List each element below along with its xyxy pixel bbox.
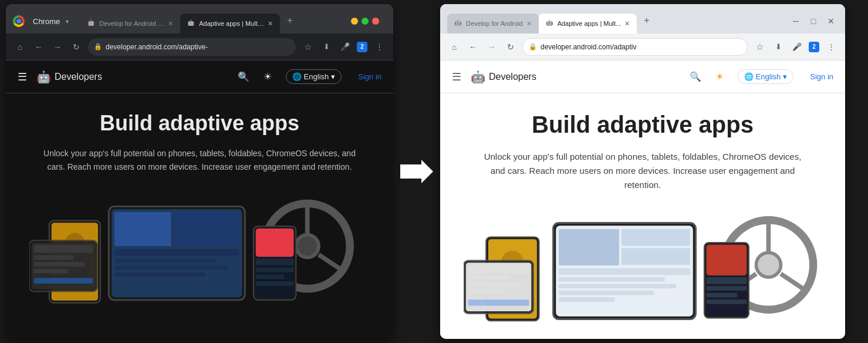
svg-point-34: [756, 253, 781, 277]
light-tab-favicon-0: 🤖: [454, 19, 462, 28]
svg-rect-40: [559, 229, 619, 265]
menu-button-light[interactable]: ⋮: [824, 40, 838, 54]
hamburger-icon-dark[interactable]: ☰: [18, 70, 27, 83]
tab-close-1[interactable]: ✕: [268, 20, 273, 28]
tab-close-0[interactable]: ✕: [168, 20, 173, 28]
svg-rect-13: [114, 273, 205, 277]
light-android-logo: 🤖 Developers: [471, 70, 536, 84]
language-button-light[interactable]: 🌐 English ▾: [738, 69, 794, 84]
mic-button-light[interactable]: 🎤: [790, 40, 804, 54]
light-address-text: developer.android.com/adaptiv: [541, 43, 741, 51]
back-button-light[interactable]: ←: [466, 40, 480, 54]
minimize-button-light[interactable]: ─: [789, 14, 803, 28]
light-site-navbar: ☰ 🤖 Developers 🔍 ☀ 🌐 English ▾ Sign in: [440, 60, 845, 93]
svg-rect-55: [468, 275, 510, 280]
light-address-bar-wrap[interactable]: 🔒 developer.android.com/adaptiv: [522, 38, 748, 56]
svg-rect-22: [34, 262, 85, 267]
svg-rect-62: [707, 277, 747, 284]
light-tab-label-1: Adaptive apps | Mult...: [558, 20, 622, 27]
download-button-light[interactable]: ⬇: [771, 40, 785, 54]
tab-favicon-0: 🤖: [87, 19, 96, 28]
svg-rect-31: [256, 281, 294, 286]
dark-toolbar: ⌂ ← → ↻ 🔒 developer.android.com/adaptive…: [6, 33, 393, 60]
svg-rect-9: [174, 230, 239, 246]
light-title-bar: 🤖 Develop for Android ✕ 🤖 Adaptive apps …: [440, 4, 845, 33]
new-tab-button-dark[interactable]: +: [282, 13, 297, 28]
light-tab-close-1[interactable]: ✕: [624, 20, 630, 28]
sign-in-button-dark[interactable]: Sign in: [358, 72, 381, 81]
lock-icon-dark: 🔒: [94, 43, 102, 51]
profile-badge-light[interactable]: 2: [809, 42, 819, 52]
svg-rect-57: [468, 289, 505, 294]
forward-button-dark[interactable]: →: [50, 40, 65, 54]
hamburger-icon-light[interactable]: ☰: [452, 70, 461, 83]
light-tab-close-0[interactable]: ✕: [526, 20, 532, 28]
new-tab-button-light[interactable]: +: [639, 13, 654, 28]
android-icon-light: 🤖: [471, 70, 485, 84]
dark-window-controls: [351, 18, 379, 25]
dark-tab-0[interactable]: 🤖 Develop for Android | And... ✕: [80, 14, 180, 33]
light-tab-0[interactable]: 🤖 Develop for Android ✕: [447, 14, 539, 33]
minimize-button-dark[interactable]: [351, 18, 358, 25]
svg-rect-42: [622, 248, 690, 265]
download-button-dark[interactable]: ⬇: [319, 40, 333, 54]
close-button-dark[interactable]: [372, 18, 379, 25]
dark-page-content: Build adaptive apps Unlock your app's fu…: [6, 93, 393, 317]
svg-rect-44: [559, 277, 665, 282]
mic-button-dark[interactable]: 🎤: [338, 40, 352, 54]
dark-address-bar-wrap[interactable]: 🔒 developer.android.com/adaptive-: [88, 38, 296, 56]
chrome-app-name: Chrome: [33, 17, 60, 26]
android-icon-dark: 🤖: [36, 70, 51, 84]
svg-rect-27: [256, 228, 294, 257]
svg-rect-8: [174, 212, 239, 228]
language-button-dark[interactable]: 🌐 English ▾: [286, 69, 342, 84]
theme-toggle-light[interactable]: ☀: [715, 71, 724, 82]
reload-button-dark[interactable]: ↻: [69, 40, 83, 54]
restore-button-light[interactable]: □: [806, 14, 820, 28]
svg-point-1: [296, 235, 319, 258]
svg-rect-23: [34, 269, 68, 274]
light-chrome-window: 🤖 Develop for Android ✕ 🤖 Adaptive apps …: [440, 4, 845, 339]
tab-label-1: Adaptive apps | Multidev...: [199, 20, 264, 27]
menu-button-dark[interactable]: ⋮: [372, 40, 386, 54]
reload-button-light[interactable]: ↻: [504, 40, 518, 54]
globe-icon-light: 🌐: [744, 72, 754, 81]
light-devices-image: [464, 206, 822, 324]
dark-address-text: developer.android.com/adaptive-: [106, 43, 290, 51]
bookmark-button-dark[interactable]: ☆: [300, 40, 315, 54]
lock-icon-light: 🔒: [529, 43, 537, 51]
main-container: Chrome ▾ 🤖 Develop for Android | And... …: [0, 0, 868, 343]
dark-tab-1[interactable]: 🤖 Adaptive apps | Multidev... ✕: [180, 14, 280, 33]
sign-in-button-light[interactable]: Sign in: [810, 72, 833, 81]
back-button-dark[interactable]: ←: [32, 40, 46, 54]
dark-devices-image: [29, 187, 370, 305]
light-page-content: Build adaptive apps Unlock your app's fu…: [440, 93, 845, 335]
search-icon-light[interactable]: 🔍: [690, 71, 701, 82]
svg-rect-56: [468, 283, 522, 287]
light-tab-1[interactable]: 🤖 Adaptive apps | Mult... ✕: [539, 14, 637, 33]
dark-chrome-window: Chrome ▾ 🤖 Develop for Android | And... …: [6, 4, 393, 339]
svg-rect-41: [622, 229, 690, 246]
dark-title-bar: Chrome ▾ 🤖 Develop for Android | And... …: [6, 4, 393, 33]
theme-toggle-dark[interactable]: ☀: [264, 71, 272, 82]
home-button-light[interactable]: ⌂: [447, 40, 461, 54]
light-toolbar: ⌂ ← → ↻ 🔒 developer.android.com/adaptiv …: [440, 33, 845, 60]
dark-page-subtitle: Unlock your app's full potential on phon…: [35, 147, 364, 173]
maximize-button-dark[interactable]: [362, 18, 369, 25]
bookmark-button-light[interactable]: ☆: [752, 40, 766, 54]
light-tab-label-0: Develop for Android: [466, 20, 523, 27]
svg-line-37: [781, 274, 808, 292]
svg-rect-43: [559, 268, 690, 275]
chrome-chevron-dark[interactable]: ▾: [66, 18, 69, 25]
lang-chevron-light: ▾: [783, 72, 787, 81]
transition-arrow: [399, 160, 434, 183]
forward-button-light[interactable]: →: [485, 40, 499, 54]
globe-icon-dark: 🌐: [292, 72, 302, 81]
profile-badge-dark[interactable]: 2: [357, 42, 367, 52]
search-icon-dark[interactable]: 🔍: [238, 71, 249, 82]
home-button-dark[interactable]: ⌂: [13, 40, 27, 54]
svg-line-4: [319, 255, 345, 272]
close-button-light[interactable]: ✕: [824, 14, 838, 28]
light-tabs-area: 🤖 Develop for Android ✕ 🤖 Adaptive apps …: [447, 9, 789, 33]
light-page-subtitle: Unlock your app's full potential on phon…: [478, 150, 807, 192]
